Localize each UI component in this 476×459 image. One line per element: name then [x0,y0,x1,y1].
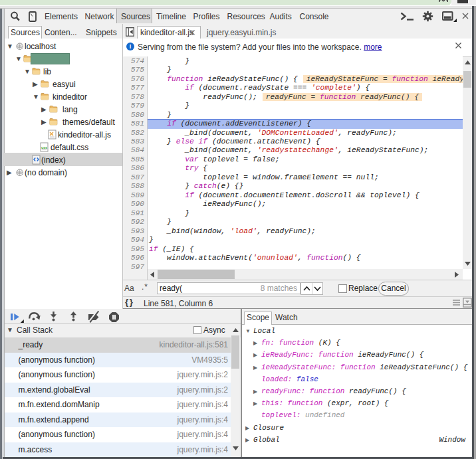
svg-text:css: css [41,145,47,149]
